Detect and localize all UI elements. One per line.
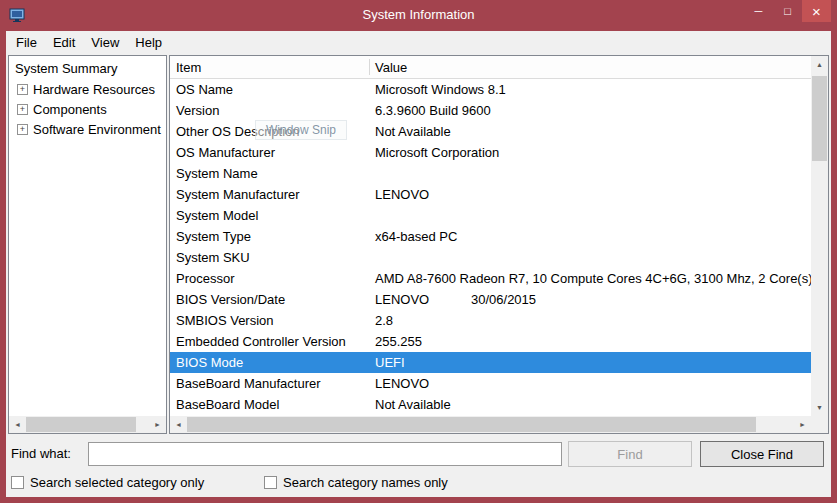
snip-ghost-overlay: Window Snip bbox=[255, 120, 347, 140]
item-cell: System Manufacturer bbox=[176, 184, 300, 205]
maximize-icon: □ bbox=[784, 6, 791, 17]
item-cell: BaseBoard Manufacturer bbox=[176, 373, 321, 394]
window-title: System Information bbox=[0, 7, 837, 22]
item-cell: SMBIOS Version bbox=[176, 310, 274, 331]
table-row[interactable]: OS ManufacturerMicrosoft Corporation bbox=[170, 142, 811, 163]
table-row[interactable]: SMBIOS Version2.8 bbox=[170, 310, 811, 331]
scroll-left-button[interactable]: ◄ bbox=[9, 416, 26, 433]
find-what-label: Find what: bbox=[11, 441, 71, 467]
find-bar: Find what: Find Close Find bbox=[6, 441, 831, 467]
table-row[interactable]: ProcessorAMD A8-7600 Radeon R7, 10 Compu… bbox=[170, 268, 811, 289]
maximize-button[interactable]: □ bbox=[773, 0, 802, 22]
close-button[interactable]: × bbox=[802, 0, 831, 22]
value-cell: 255.255 bbox=[375, 331, 422, 352]
table-row[interactable]: System SKU bbox=[170, 247, 811, 268]
tree-item-label: Hardware Resources bbox=[33, 82, 155, 97]
table-row[interactable]: BaseBoard ManufacturerLENOVO bbox=[170, 373, 811, 394]
scroll-down-button[interactable]: ▼ bbox=[811, 399, 828, 416]
system-information-window: System Information ─ □ × File Edit View … bbox=[0, 0, 837, 503]
item-cell: System SKU bbox=[176, 247, 250, 268]
search-selected-category-label: Search selected category only bbox=[30, 475, 204, 490]
minimize-button[interactable]: ─ bbox=[744, 0, 773, 22]
menu-edit[interactable]: Edit bbox=[45, 32, 83, 53]
tree-hscroll-thumb[interactable] bbox=[26, 417, 136, 432]
details-vertical-scrollbar[interactable]: ▲ ▼ bbox=[811, 56, 828, 416]
column-header-item[interactable]: Item bbox=[176, 56, 201, 79]
details-pane: Item Value OS NameMicrosoft Windows 8.1V… bbox=[169, 55, 829, 434]
item-cell: System Name bbox=[176, 163, 258, 184]
value-cell: x64-based PC bbox=[375, 226, 457, 247]
tree-item-label: Components bbox=[33, 102, 107, 117]
value-cell: 2.8 bbox=[375, 310, 393, 331]
value-cell: Not Available bbox=[375, 394, 451, 415]
details-hscroll-thumb[interactable] bbox=[187, 417, 756, 432]
tree-item-label: Software Environment bbox=[33, 122, 161, 137]
table-row[interactable]: System Typex64-based PC bbox=[170, 226, 811, 247]
menu-help[interactable]: Help bbox=[127, 32, 170, 53]
tree-children: +Hardware Resources+Components+Software … bbox=[9, 79, 166, 139]
scroll-right-button[interactable]: ► bbox=[149, 416, 166, 433]
column-header-value[interactable]: Value bbox=[375, 56, 407, 79]
scroll-right-button[interactable]: ► bbox=[794, 416, 811, 433]
search-category-names-option[interactable]: Search category names only bbox=[264, 472, 448, 492]
item-cell: System Model bbox=[176, 205, 258, 226]
window-content: File Edit View Help System Summary +Hard… bbox=[6, 31, 831, 497]
minimize-icon: ─ bbox=[755, 6, 763, 17]
tree-item-system-summary[interactable]: System Summary bbox=[9, 59, 166, 79]
table-row[interactable]: BIOS ModeUEFI bbox=[170, 352, 811, 373]
scroll-left-button[interactable]: ◄ bbox=[170, 416, 187, 433]
value-cell: LENOVO bbox=[375, 184, 429, 205]
find-input[interactable] bbox=[88, 442, 562, 466]
tree-item-components[interactable]: +Components bbox=[9, 99, 166, 119]
item-cell: OS Name bbox=[176, 79, 233, 100]
tree-item-hardware-resources[interactable]: +Hardware Resources bbox=[9, 79, 166, 99]
search-selected-category-option[interactable]: Search selected category only bbox=[11, 472, 204, 492]
search-category-names-label: Search category names only bbox=[283, 475, 448, 490]
tree-item-software-environment[interactable]: +Software Environment bbox=[9, 119, 166, 139]
value-cell: Not Available bbox=[375, 121, 451, 142]
item-cell: BaseBoard Model bbox=[176, 394, 279, 415]
scroll-up-icon: ▲ bbox=[816, 61, 823, 68]
menu-file[interactable]: File bbox=[8, 32, 45, 53]
item-cell: System Type bbox=[176, 226, 251, 247]
table-row[interactable]: System Name bbox=[170, 163, 811, 184]
value-cell: Microsoft Corporation bbox=[375, 142, 499, 163]
app-icon[interactable] bbox=[9, 7, 25, 23]
tree-horizontal-scrollbar[interactable]: ◄ ► bbox=[9, 416, 166, 433]
item-cell: OS Manufacturer bbox=[176, 142, 275, 163]
details-vscroll-thumb[interactable] bbox=[812, 76, 827, 161]
item-cell: BIOS Version/Date bbox=[176, 289, 285, 310]
scrollbar-corner bbox=[811, 416, 828, 433]
scroll-left-icon: ◄ bbox=[14, 421, 21, 428]
details-horizontal-scrollbar[interactable]: ◄ ► bbox=[170, 416, 811, 433]
value2-cell: 30/06/2015 bbox=[471, 289, 536, 310]
item-cell: Embedded Controller Version bbox=[176, 331, 346, 352]
expand-icon[interactable]: + bbox=[17, 84, 28, 95]
table-row[interactable]: System Model bbox=[170, 205, 811, 226]
item-cell: BIOS Mode bbox=[176, 352, 243, 373]
menu-bar: File Edit View Help bbox=[6, 31, 831, 53]
table-row[interactable]: Embedded Controller Version255.255 bbox=[170, 331, 811, 352]
table-row[interactable]: Version6.3.9600 Build 9600 bbox=[170, 100, 811, 121]
table-row[interactable]: BIOS Version/DateLENOVO30/06/2015 bbox=[170, 289, 811, 310]
table-row[interactable]: OS NameMicrosoft Windows 8.1 bbox=[170, 79, 811, 100]
table-row[interactable]: System ManufacturerLENOVO bbox=[170, 184, 811, 205]
value-cell: UEFI bbox=[375, 352, 405, 373]
find-button[interactable]: Find bbox=[568, 441, 692, 467]
find-options-row: Search selected category only Search cat… bbox=[6, 472, 831, 492]
table-row[interactable]: BaseBoard ModelNot Available bbox=[170, 394, 811, 415]
search-selected-category-checkbox[interactable] bbox=[11, 476, 24, 489]
search-category-names-checkbox[interactable] bbox=[264, 476, 277, 489]
value-cell: AMD A8-7600 Radeon R7, 10 Compute Cores … bbox=[375, 268, 811, 289]
expand-icon[interactable]: + bbox=[17, 104, 28, 115]
value-cell: Microsoft Windows 8.1 bbox=[375, 79, 506, 100]
column-separator[interactable] bbox=[369, 59, 370, 75]
details-header: Item Value bbox=[170, 56, 811, 79]
expand-icon[interactable]: + bbox=[17, 124, 28, 135]
item-cell: Processor bbox=[176, 268, 235, 289]
titlebar[interactable]: System Information ─ □ × bbox=[0, 0, 837, 31]
close-find-button[interactable]: Close Find bbox=[700, 441, 824, 467]
scroll-up-button[interactable]: ▲ bbox=[811, 56, 828, 73]
menu-view[interactable]: View bbox=[83, 32, 127, 53]
value-cell: 6.3.9600 Build 9600 bbox=[375, 100, 491, 121]
